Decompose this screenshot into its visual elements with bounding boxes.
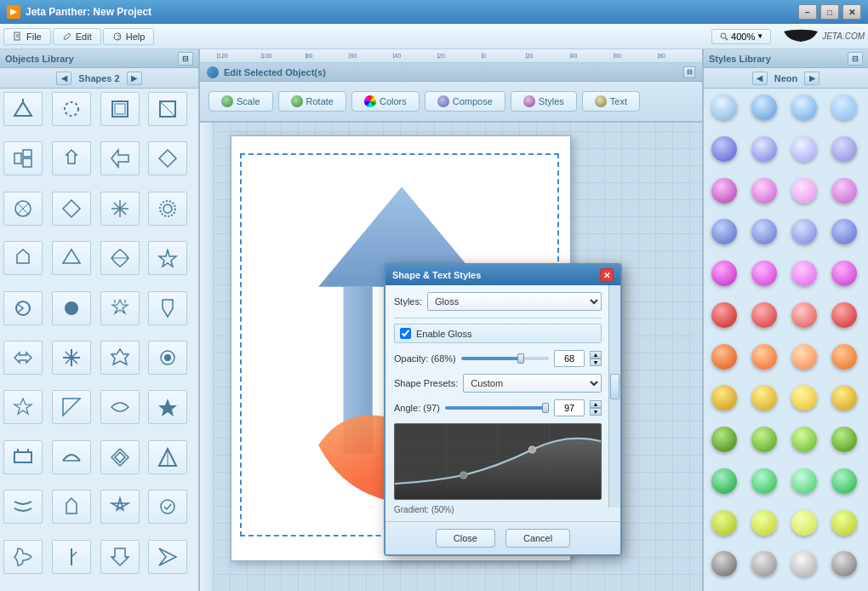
style-ball[interactable]: [707, 300, 741, 330]
dialog-scrollbar[interactable]: [608, 285, 620, 508]
style-ball[interactable]: [747, 424, 781, 455]
style-ball[interactable]: [827, 466, 861, 496]
shape-item[interactable]: [148, 490, 187, 524]
style-ball[interactable]: [787, 175, 821, 206]
shape-item[interactable]: [3, 291, 43, 325]
shape-item[interactable]: [148, 291, 187, 325]
style-ball[interactable]: [827, 382, 861, 413]
objects-library-scroll[interactable]: ⊟: [178, 52, 193, 66]
style-ball[interactable]: [747, 216, 781, 247]
style-ball[interactable]: [827, 92, 861, 123]
style-ball[interactable]: [707, 216, 741, 247]
curve-editor[interactable]: [394, 423, 602, 500]
style-ball[interactable]: [747, 92, 781, 123]
style-ball[interactable]: [747, 508, 781, 538]
opacity-spin-up[interactable]: ▲: [590, 351, 602, 359]
styles-button[interactable]: Styles: [511, 91, 577, 112]
text-button[interactable]: Text: [582, 91, 640, 112]
cancel-button[interactable]: Cancel: [505, 529, 570, 548]
style-ball[interactable]: [707, 424, 741, 455]
style-ball[interactable]: [747, 134, 781, 164]
shape-item[interactable]: [52, 390, 91, 424]
style-ball[interactable]: [707, 382, 741, 413]
colors-button[interactable]: Colors: [351, 91, 420, 112]
style-ball[interactable]: [827, 216, 861, 247]
style-ball[interactable]: [747, 300, 781, 330]
style-ball[interactable]: [747, 466, 781, 496]
close-button[interactable]: Close: [436, 529, 495, 548]
style-ball[interactable]: [787, 300, 821, 330]
shape-item[interactable]: [148, 192, 187, 226]
shape-item[interactable]: [148, 241, 187, 275]
style-ball[interactable]: [747, 258, 781, 289]
style-ball[interactable]: [747, 548, 781, 579]
styles-prev-btn[interactable]: ◀: [752, 72, 768, 85]
shape-item[interactable]: [148, 341, 187, 375]
shapes-next-btn[interactable]: ▶: [127, 72, 142, 85]
style-ball[interactable]: [787, 258, 821, 289]
style-ball[interactable]: [707, 341, 741, 372]
styles-library-scroll[interactable]: ⊟: [848, 52, 863, 66]
shape-item[interactable]: [3, 341, 43, 375]
style-ball[interactable]: [787, 341, 821, 372]
shape-item[interactable]: [3, 92, 43, 126]
shape-item[interactable]: [100, 540, 140, 574]
style-ball[interactable]: [707, 92, 741, 123]
shape-item[interactable]: [100, 440, 140, 474]
styles-next-btn[interactable]: ▶: [804, 72, 819, 85]
style-ball[interactable]: [787, 508, 821, 538]
style-ball[interactable]: [827, 175, 861, 206]
style-ball[interactable]: [747, 382, 781, 413]
maximize-button[interactable]: □: [820, 4, 839, 20]
style-ball[interactable]: [787, 134, 821, 164]
angle-spin-up[interactable]: ▲: [590, 400, 602, 408]
shape-item[interactable]: [3, 141, 43, 175]
minimize-button[interactable]: −: [798, 4, 817, 20]
angle-slider[interactable]: [445, 406, 549, 410]
shape-item[interactable]: [100, 92, 140, 126]
shape-item[interactable]: [52, 341, 91, 375]
edit-panel-close[interactable]: ⊟: [683, 66, 695, 78]
style-ball[interactable]: [787, 466, 821, 496]
shape-item[interactable]: [52, 540, 91, 574]
style-ball[interactable]: [827, 134, 861, 164]
shape-item[interactable]: [52, 291, 91, 325]
style-ball[interactable]: [707, 175, 741, 206]
style-ball[interactable]: [827, 258, 861, 289]
style-ball[interactable]: [707, 466, 741, 496]
shape-item[interactable]: [52, 141, 91, 175]
style-ball[interactable]: [787, 216, 821, 247]
shape-item[interactable]: [148, 92, 187, 126]
shape-item[interactable]: [52, 92, 91, 126]
style-ball[interactable]: [787, 382, 821, 413]
shapes-prev-btn[interactable]: ◀: [56, 72, 71, 85]
shape-item[interactable]: [100, 141, 140, 175]
edit-menu[interactable]: Edit: [53, 28, 101, 45]
style-ball[interactable]: [707, 258, 741, 289]
opacity-slider[interactable]: [461, 357, 549, 360]
shape-item[interactable]: [148, 390, 187, 424]
shape-item[interactable]: [3, 490, 43, 524]
dialog-close-button[interactable]: ✕: [600, 268, 614, 282]
shape-item[interactable]: [100, 291, 140, 325]
shape-item[interactable]: [100, 390, 140, 424]
shape-item[interactable]: [148, 440, 187, 474]
style-ball[interactable]: [827, 424, 861, 455]
shape-item[interactable]: [100, 341, 140, 375]
style-ball[interactable]: [787, 424, 821, 455]
shape-item[interactable]: [52, 440, 91, 474]
rotate-button[interactable]: Rotate: [278, 91, 346, 112]
style-ball[interactable]: [787, 548, 821, 579]
file-menu[interactable]: File: [3, 28, 51, 45]
close-button[interactable]: ✕: [842, 4, 861, 20]
shape-item[interactable]: [3, 440, 43, 474]
shape-item[interactable]: [100, 490, 140, 524]
style-ball[interactable]: [827, 508, 861, 538]
shape-item[interactable]: [3, 192, 43, 226]
styles-select[interactable]: Gloss: [427, 292, 602, 311]
compose-button[interactable]: Compose: [425, 91, 505, 112]
shape-item[interactable]: [52, 241, 91, 275]
style-ball[interactable]: [707, 508, 741, 538]
style-ball[interactable]: [707, 134, 741, 164]
scale-button[interactable]: Scale: [208, 91, 273, 112]
